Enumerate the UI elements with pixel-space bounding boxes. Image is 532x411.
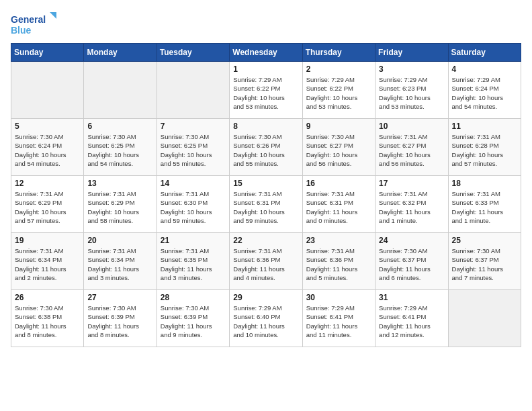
calendar-cell: 15Sunrise: 7:31 AM Sunset: 6:31 PM Dayli… bbox=[230, 176, 302, 233]
calendar-cell: 4Sunrise: 7:29 AM Sunset: 6:24 PM Daylig… bbox=[448, 62, 521, 119]
day-info: Sunrise: 7:29 AM Sunset: 6:22 PM Dayligh… bbox=[233, 75, 298, 111]
day-info: Sunrise: 7:29 AM Sunset: 6:22 PM Dayligh… bbox=[306, 75, 371, 111]
page-header: General Blue bbox=[11, 11, 521, 38]
calendar-cell: 1Sunrise: 7:29 AM Sunset: 6:22 PM Daylig… bbox=[230, 62, 302, 119]
day-number: 22 bbox=[233, 236, 298, 245]
day-info: Sunrise: 7:31 AM Sunset: 6:34 PM Dayligh… bbox=[15, 246, 80, 282]
day-number: 13 bbox=[87, 179, 152, 188]
day-info: Sunrise: 7:31 AM Sunset: 6:34 PM Dayligh… bbox=[87, 246, 152, 282]
day-number: 30 bbox=[306, 293, 371, 302]
calendar-cell: 30Sunrise: 7:29 AM Sunset: 6:41 PM Dayli… bbox=[302, 290, 375, 347]
day-number: 6 bbox=[87, 122, 152, 131]
calendar-cell: 11Sunrise: 7:31 AM Sunset: 6:28 PM Dayli… bbox=[448, 119, 521, 176]
day-number: 2 bbox=[306, 64, 371, 74]
day-info: Sunrise: 7:30 AM Sunset: 6:39 PM Dayligh… bbox=[87, 304, 152, 339]
logo: General Blue bbox=[11, 11, 58, 38]
day-number: 23 bbox=[306, 236, 371, 245]
day-number: 27 bbox=[87, 293, 152, 302]
day-number: 3 bbox=[379, 64, 444, 74]
col-header-tuesday: Tuesday bbox=[157, 44, 229, 62]
day-info: Sunrise: 7:31 AM Sunset: 6:36 PM Dayligh… bbox=[233, 246, 298, 282]
day-number: 29 bbox=[233, 293, 298, 302]
calendar-cell: 17Sunrise: 7:31 AM Sunset: 6:32 PM Dayli… bbox=[375, 176, 448, 233]
day-number: 21 bbox=[161, 236, 226, 245]
calendar-cell: 16Sunrise: 7:31 AM Sunset: 6:31 PM Dayli… bbox=[302, 176, 375, 233]
day-info: Sunrise: 7:31 AM Sunset: 6:27 PM Dayligh… bbox=[379, 132, 444, 168]
calendar-cell: 25Sunrise: 7:30 AM Sunset: 6:37 PM Dayli… bbox=[448, 233, 521, 290]
day-number: 18 bbox=[452, 179, 517, 188]
calendar-cell: 12Sunrise: 7:31 AM Sunset: 6:29 PM Dayli… bbox=[11, 176, 84, 233]
day-info: Sunrise: 7:30 AM Sunset: 6:37 PM Dayligh… bbox=[452, 246, 517, 282]
calendar-cell bbox=[448, 290, 521, 347]
day-number: 11 bbox=[452, 122, 517, 131]
day-number: 1 bbox=[233, 64, 298, 74]
col-header-wednesday: Wednesday bbox=[230, 44, 302, 62]
day-info: Sunrise: 7:30 AM Sunset: 6:24 PM Dayligh… bbox=[15, 132, 80, 168]
day-number: 7 bbox=[161, 122, 226, 131]
calendar-cell: 7Sunrise: 7:30 AM Sunset: 6:25 PM Daylig… bbox=[157, 119, 229, 176]
calendar-cell: 27Sunrise: 7:30 AM Sunset: 6:39 PM Dayli… bbox=[84, 290, 157, 347]
day-info: Sunrise: 7:31 AM Sunset: 6:32 PM Dayligh… bbox=[379, 189, 444, 225]
header-row: SundayMondayTuesdayWednesdayThursdayFrid… bbox=[11, 44, 521, 62]
day-number: 12 bbox=[15, 179, 80, 188]
calendar-cell: 21Sunrise: 7:31 AM Sunset: 6:35 PM Dayli… bbox=[157, 233, 229, 290]
calendar-cell: 9Sunrise: 7:30 AM Sunset: 6:27 PM Daylig… bbox=[302, 119, 375, 176]
calendar-week-3: 12Sunrise: 7:31 AM Sunset: 6:29 PM Dayli… bbox=[11, 176, 521, 233]
day-info: Sunrise: 7:30 AM Sunset: 6:38 PM Dayligh… bbox=[15, 304, 80, 339]
col-header-thursday: Thursday bbox=[302, 44, 375, 62]
day-number: 25 bbox=[452, 236, 517, 245]
day-number: 10 bbox=[379, 122, 444, 131]
calendar-cell bbox=[84, 62, 157, 119]
svg-text:Blue: Blue bbox=[11, 25, 32, 36]
svg-marker-1 bbox=[50, 12, 56, 19]
day-info: Sunrise: 7:31 AM Sunset: 6:36 PM Dayligh… bbox=[306, 246, 371, 282]
calendar-week-2: 5Sunrise: 7:30 AM Sunset: 6:24 PM Daylig… bbox=[11, 119, 521, 176]
day-info: Sunrise: 7:29 AM Sunset: 6:23 PM Dayligh… bbox=[379, 75, 444, 111]
col-header-saturday: Saturday bbox=[448, 44, 521, 62]
day-info: Sunrise: 7:30 AM Sunset: 6:25 PM Dayligh… bbox=[161, 132, 226, 168]
calendar-cell bbox=[11, 62, 84, 119]
calendar-cell: 14Sunrise: 7:31 AM Sunset: 6:30 PM Dayli… bbox=[157, 176, 229, 233]
calendar-cell: 31Sunrise: 7:29 AM Sunset: 6:41 PM Dayli… bbox=[375, 290, 448, 347]
calendar-cell: 28Sunrise: 7:30 AM Sunset: 6:39 PM Dayli… bbox=[157, 290, 229, 347]
calendar-cell: 23Sunrise: 7:31 AM Sunset: 6:36 PM Dayli… bbox=[302, 233, 375, 290]
col-header-monday: Monday bbox=[84, 44, 157, 62]
day-number: 19 bbox=[15, 236, 80, 245]
day-number: 31 bbox=[379, 293, 444, 302]
day-info: Sunrise: 7:31 AM Sunset: 6:31 PM Dayligh… bbox=[233, 189, 298, 225]
day-info: Sunrise: 7:29 AM Sunset: 6:41 PM Dayligh… bbox=[306, 304, 371, 339]
day-number: 8 bbox=[233, 122, 298, 131]
calendar-cell: 10Sunrise: 7:31 AM Sunset: 6:27 PM Dayli… bbox=[375, 119, 448, 176]
calendar-cell: 2Sunrise: 7:29 AM Sunset: 6:22 PM Daylig… bbox=[302, 62, 375, 119]
calendar-cell: 18Sunrise: 7:31 AM Sunset: 6:33 PM Dayli… bbox=[448, 176, 521, 233]
day-info: Sunrise: 7:31 AM Sunset: 6:31 PM Dayligh… bbox=[306, 189, 371, 225]
calendar-cell: 20Sunrise: 7:31 AM Sunset: 6:34 PM Dayli… bbox=[84, 233, 157, 290]
calendar-cell: 24Sunrise: 7:30 AM Sunset: 6:37 PM Dayli… bbox=[375, 233, 448, 290]
calendar-cell: 5Sunrise: 7:30 AM Sunset: 6:24 PM Daylig… bbox=[11, 119, 84, 176]
day-number: 26 bbox=[15, 293, 80, 302]
calendar-cell: 22Sunrise: 7:31 AM Sunset: 6:36 PM Dayli… bbox=[230, 233, 302, 290]
day-number: 9 bbox=[306, 122, 371, 131]
day-number: 4 bbox=[452, 64, 517, 74]
calendar-cell: 13Sunrise: 7:31 AM Sunset: 6:29 PM Dayli… bbox=[84, 176, 157, 233]
day-number: 24 bbox=[379, 236, 444, 245]
calendar-cell: 29Sunrise: 7:29 AM Sunset: 6:40 PM Dayli… bbox=[230, 290, 302, 347]
day-info: Sunrise: 7:31 AM Sunset: 6:29 PM Dayligh… bbox=[15, 189, 80, 225]
day-info: Sunrise: 7:31 AM Sunset: 6:29 PM Dayligh… bbox=[87, 189, 152, 225]
calendar-week-4: 19Sunrise: 7:31 AM Sunset: 6:34 PM Dayli… bbox=[11, 233, 521, 290]
day-number: 5 bbox=[15, 122, 80, 131]
day-info: Sunrise: 7:29 AM Sunset: 6:24 PM Dayligh… bbox=[452, 75, 517, 111]
day-number: 20 bbox=[87, 236, 152, 245]
day-info: Sunrise: 7:30 AM Sunset: 6:37 PM Dayligh… bbox=[379, 246, 444, 282]
day-info: Sunrise: 7:30 AM Sunset: 6:39 PM Dayligh… bbox=[161, 304, 226, 339]
day-number: 17 bbox=[379, 179, 444, 188]
day-number: 15 bbox=[233, 179, 298, 188]
day-info: Sunrise: 7:31 AM Sunset: 6:35 PM Dayligh… bbox=[161, 246, 226, 282]
day-info: Sunrise: 7:30 AM Sunset: 6:25 PM Dayligh… bbox=[87, 132, 152, 168]
calendar-cell: 3Sunrise: 7:29 AM Sunset: 6:23 PM Daylig… bbox=[375, 62, 448, 119]
calendar-cell: 8Sunrise: 7:30 AM Sunset: 6:26 PM Daylig… bbox=[230, 119, 302, 176]
calendar-week-5: 26Sunrise: 7:30 AM Sunset: 6:38 PM Dayli… bbox=[11, 290, 521, 347]
day-info: Sunrise: 7:30 AM Sunset: 6:27 PM Dayligh… bbox=[306, 132, 371, 168]
calendar-week-1: 1Sunrise: 7:29 AM Sunset: 6:22 PM Daylig… bbox=[11, 62, 521, 119]
day-info: Sunrise: 7:31 AM Sunset: 6:33 PM Dayligh… bbox=[452, 189, 517, 225]
